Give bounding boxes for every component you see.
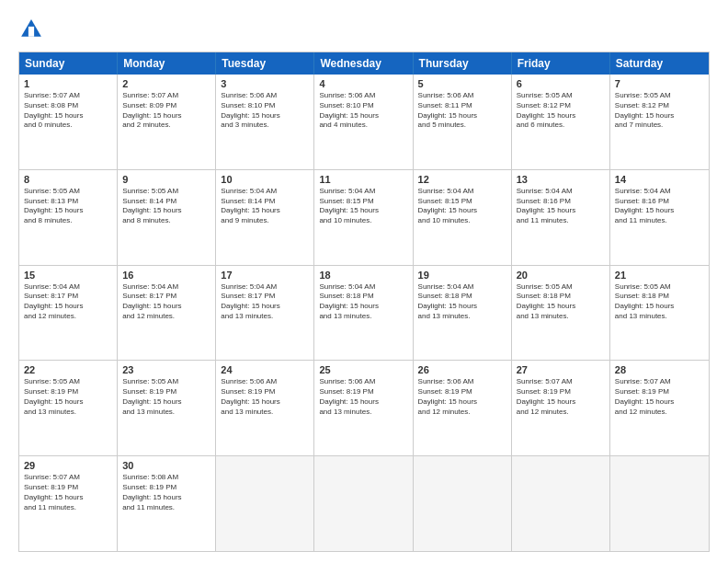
empty-cell: [314, 456, 413, 551]
calendar-body: 1Sunrise: 5:07 AMSunset: 8:08 PMDaylight…: [19, 75, 709, 551]
day-cell-29: 29Sunrise: 5:07 AMSunset: 8:19 PMDayligh…: [19, 456, 118, 551]
day-info: Sunrise: 5:07 AMSunset: 8:19 PMDaylight:…: [517, 377, 605, 417]
day-cell-8: 8Sunrise: 5:05 AMSunset: 8:13 PMDaylight…: [19, 170, 118, 265]
day-info: Sunrise: 5:05 AMSunset: 8:13 PMDaylight:…: [24, 187, 112, 226]
day-cell-4: 4Sunrise: 5:06 AMSunset: 8:10 PMDaylight…: [314, 75, 413, 169]
day-info: Sunrise: 5:05 AMSunset: 8:12 PMDaylight:…: [517, 91, 605, 131]
day-number: 8: [24, 174, 112, 185]
day-cell-19: 19Sunrise: 5:04 AMSunset: 8:18 PMDayligh…: [414, 266, 512, 361]
empty-cell: [610, 456, 709, 551]
day-number: 28: [615, 364, 704, 375]
day-info: Sunrise: 5:04 AMSunset: 8:18 PMDaylight:…: [418, 282, 506, 322]
day-info: Sunrise: 5:06 AMSunset: 8:10 PMDaylight:…: [221, 91, 309, 131]
day-info: Sunrise: 5:06 AMSunset: 8:19 PMDaylight:…: [418, 377, 506, 417]
calendar: SundayMondayTuesdayWednesdayThursdayFrid…: [18, 52, 710, 552]
day-number: 2: [122, 78, 210, 89]
weekday-header-monday: Monday: [118, 52, 216, 75]
day-info: Sunrise: 5:06 AMSunset: 8:19 PMDaylight:…: [221, 377, 309, 417]
day-number: 14: [615, 174, 704, 185]
weekday-header-thursday: Thursday: [414, 52, 512, 75]
day-info: Sunrise: 5:07 AMSunset: 8:09 PMDaylight:…: [122, 91, 210, 131]
day-number: 26: [418, 364, 506, 375]
day-number: 29: [24, 460, 112, 471]
day-cell-6: 6Sunrise: 5:05 AMSunset: 8:12 PMDaylight…: [512, 75, 610, 169]
day-cell-23: 23Sunrise: 5:05 AMSunset: 8:19 PMDayligh…: [118, 361, 216, 455]
empty-cell: [512, 456, 610, 551]
day-cell-18: 18Sunrise: 5:04 AMSunset: 8:18 PMDayligh…: [314, 266, 413, 361]
day-info: Sunrise: 5:06 AMSunset: 8:11 PMDaylight:…: [418, 91, 506, 131]
day-cell-24: 24Sunrise: 5:06 AMSunset: 8:19 PMDayligh…: [216, 361, 314, 455]
day-cell-14: 14Sunrise: 5:04 AMSunset: 8:16 PMDayligh…: [610, 170, 709, 265]
day-cell-28: 28Sunrise: 5:07 AMSunset: 8:19 PMDayligh…: [610, 361, 709, 455]
day-number: 23: [122, 364, 210, 375]
day-cell-17: 17Sunrise: 5:04 AMSunset: 8:17 PMDayligh…: [216, 266, 314, 361]
day-info: Sunrise: 5:06 AMSunset: 8:19 PMDaylight:…: [319, 377, 407, 417]
day-cell-25: 25Sunrise: 5:06 AMSunset: 8:19 PMDayligh…: [314, 361, 413, 455]
logo-icon: [18, 17, 44, 42]
day-info: Sunrise: 5:04 AMSunset: 8:16 PMDaylight:…: [517, 187, 605, 226]
day-cell-1: 1Sunrise: 5:07 AMSunset: 8:08 PMDaylight…: [19, 75, 118, 169]
svg-rect-1: [28, 27, 34, 37]
day-number: 5: [418, 78, 506, 89]
day-info: Sunrise: 5:07 AMSunset: 8:08 PMDaylight:…: [24, 91, 112, 131]
page: SundayMondayTuesdayWednesdayThursdayFrid…: [0, 0, 728, 563]
weekday-header-saturday: Saturday: [610, 52, 709, 75]
day-number: 16: [122, 270, 210, 281]
day-cell-16: 16Sunrise: 5:04 AMSunset: 8:17 PMDayligh…: [118, 266, 216, 361]
weekday-header-tuesday: Tuesday: [216, 52, 314, 75]
day-number: 12: [418, 174, 506, 185]
day-info: Sunrise: 5:04 AMSunset: 8:16 PMDaylight:…: [615, 187, 704, 226]
day-info: Sunrise: 5:05 AMSunset: 8:19 PMDaylight:…: [122, 377, 210, 417]
day-cell-27: 27Sunrise: 5:07 AMSunset: 8:19 PMDayligh…: [512, 361, 610, 455]
day-number: 15: [24, 270, 112, 281]
day-number: 9: [122, 174, 210, 185]
day-cell-22: 22Sunrise: 5:05 AMSunset: 8:19 PMDayligh…: [19, 361, 118, 455]
day-number: 3: [221, 78, 309, 89]
day-cell-26: 26Sunrise: 5:06 AMSunset: 8:19 PMDayligh…: [414, 361, 512, 455]
day-cell-7: 7Sunrise: 5:05 AMSunset: 8:12 PMDaylight…: [610, 75, 709, 169]
day-cell-21: 21Sunrise: 5:05 AMSunset: 8:18 PMDayligh…: [610, 266, 709, 361]
day-number: 7: [615, 78, 704, 89]
calendar-row-1: 1Sunrise: 5:07 AMSunset: 8:08 PMDaylight…: [19, 75, 709, 169]
day-cell-10: 10Sunrise: 5:04 AMSunset: 8:14 PMDayligh…: [216, 170, 314, 265]
weekday-header-sunday: Sunday: [19, 52, 118, 75]
day-info: Sunrise: 5:06 AMSunset: 8:10 PMDaylight:…: [319, 91, 407, 131]
day-number: 27: [517, 364, 605, 375]
day-number: 19: [418, 270, 506, 281]
day-cell-3: 3Sunrise: 5:06 AMSunset: 8:10 PMDaylight…: [216, 75, 314, 169]
day-info: Sunrise: 5:07 AMSunset: 8:19 PMDaylight:…: [615, 377, 704, 417]
day-info: Sunrise: 5:04 AMSunset: 8:17 PMDaylight:…: [122, 282, 210, 322]
day-info: Sunrise: 5:08 AMSunset: 8:19 PMDaylight:…: [122, 473, 210, 512]
day-number: 20: [517, 270, 605, 281]
day-number: 18: [319, 270, 407, 281]
calendar-row-2: 8Sunrise: 5:05 AMSunset: 8:13 PMDaylight…: [19, 169, 709, 265]
day-info: Sunrise: 5:05 AMSunset: 8:19 PMDaylight:…: [24, 377, 112, 417]
day-cell-20: 20Sunrise: 5:05 AMSunset: 8:18 PMDayligh…: [512, 266, 610, 361]
day-cell-15: 15Sunrise: 5:04 AMSunset: 8:17 PMDayligh…: [19, 266, 118, 361]
day-cell-2: 2Sunrise: 5:07 AMSunset: 8:09 PMDaylight…: [118, 75, 216, 169]
day-cell-13: 13Sunrise: 5:04 AMSunset: 8:16 PMDayligh…: [512, 170, 610, 265]
day-cell-9: 9Sunrise: 5:05 AMSunset: 8:14 PMDaylight…: [118, 170, 216, 265]
day-info: Sunrise: 5:04 AMSunset: 8:14 PMDaylight:…: [221, 187, 309, 226]
day-number: 13: [517, 174, 605, 185]
day-info: Sunrise: 5:04 AMSunset: 8:15 PMDaylight:…: [319, 187, 407, 226]
day-info: Sunrise: 5:05 AMSunset: 8:18 PMDaylight:…: [517, 282, 605, 322]
day-number: 17: [221, 270, 309, 281]
calendar-row-5: 29Sunrise: 5:07 AMSunset: 8:19 PMDayligh…: [19, 455, 709, 551]
day-info: Sunrise: 5:04 AMSunset: 8:15 PMDaylight:…: [418, 187, 506, 226]
day-number: 11: [319, 174, 407, 185]
day-cell-5: 5Sunrise: 5:06 AMSunset: 8:11 PMDaylight…: [414, 75, 512, 169]
day-number: 1: [24, 78, 112, 89]
day-info: Sunrise: 5:05 AMSunset: 8:14 PMDaylight:…: [122, 187, 210, 226]
day-cell-11: 11Sunrise: 5:04 AMSunset: 8:15 PMDayligh…: [314, 170, 413, 265]
day-number: 25: [319, 364, 407, 375]
day-number: 10: [221, 174, 309, 185]
header: [18, 17, 710, 42]
day-number: 22: [24, 364, 112, 375]
day-info: Sunrise: 5:07 AMSunset: 8:19 PMDaylight:…: [24, 473, 112, 512]
day-info: Sunrise: 5:05 AMSunset: 8:12 PMDaylight:…: [615, 91, 704, 131]
weekday-header-friday: Friday: [512, 52, 610, 75]
day-cell-12: 12Sunrise: 5:04 AMSunset: 8:15 PMDayligh…: [414, 170, 512, 265]
day-number: 24: [221, 364, 309, 375]
day-number: 6: [517, 78, 605, 89]
